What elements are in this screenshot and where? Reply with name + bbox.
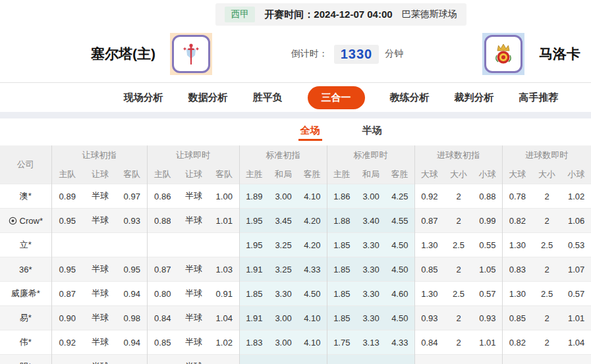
odds-cell: 1.91 [239, 306, 269, 330]
venue: 巴莱德斯球场 [402, 9, 457, 20]
odds-cell: 1.07 [561, 355, 591, 364]
odds-cell: 4.50 [298, 282, 327, 306]
odds-cell: 4.50 [385, 233, 414, 257]
odds-cell: 2 [444, 184, 473, 209]
group-header: 让球即时 [147, 145, 239, 165]
odds-table: 公司 让球初指让球即时标准初指标准即时进球数初指进球数即时 主队让球客队主队让球… [0, 145, 591, 364]
group-header: 标准即时 [327, 145, 414, 165]
odds-cell: 3.25 [269, 257, 298, 282]
odds-cell: 半球 [178, 355, 210, 364]
odds-cell: 0.98 [117, 306, 147, 330]
odds-row: 威廉希*0.87半球0.940.80半球0.911.853.304.501.85… [0, 282, 591, 306]
odds-cell: 1.04 [561, 330, 591, 355]
home-team-name: 塞尔塔(主) [91, 45, 155, 63]
odds-cell: 3.45 [269, 209, 298, 233]
nav-tab-5[interactable]: 教练分析 [390, 91, 430, 104]
odds-cell: 3.30 [356, 257, 385, 282]
odds-cell: 1.85 [327, 257, 356, 282]
odds-cell: 1.30 [502, 233, 532, 257]
odds-table-body: 澳*0.89半球0.970.86半球1.001.893.004.101.863.… [0, 184, 591, 364]
odds-cell: 0.80 [414, 355, 444, 364]
odds-cell: 0.86 [147, 355, 178, 364]
odds-cell: 0.78 [502, 184, 532, 209]
teams-row: 塞尔塔(主) 倒计时： 1330 分钟 [91, 26, 591, 82]
odds-cell: 0.94 [117, 282, 147, 306]
nav-tab-4-active[interactable]: 三合一 [308, 86, 365, 109]
column-header: 和局 [269, 165, 298, 184]
odds-cell: 0.95 [51, 209, 83, 233]
kickoff-label: 开赛时间： [264, 9, 314, 20]
company-cell: 澳* [0, 184, 51, 209]
away-team-logo [482, 33, 524, 75]
odds-cell [178, 233, 210, 257]
odds-cell: 0.93 [414, 306, 444, 330]
odds-cell: 3.25 [269, 355, 298, 364]
odds-cell: 2.5 [532, 282, 561, 306]
odds-cell: 1.83 [239, 330, 269, 355]
sub-tab-1-active[interactable]: 全场 [298, 124, 322, 141]
company-name: 伟* [20, 337, 32, 347]
group-header: 让球初指 [51, 145, 147, 165]
odds-cell: 2 [444, 257, 473, 282]
odds-cell: 1.85 [327, 233, 356, 257]
group-header: 进球数初指 [414, 145, 502, 165]
odds-cell: 1.86 [327, 184, 356, 209]
odds-cell: 2 [532, 209, 561, 233]
nav-tab-3[interactable]: 胜平负 [253, 91, 283, 104]
nav-tab-1[interactable]: 现场分析 [124, 91, 163, 104]
odds-table-head: 公司 让球初指让球即时标准初指标准即时进球数初指进球数即时 主队让球客队主队让球… [0, 145, 591, 184]
odds-cell: 4.20 [298, 209, 327, 233]
nav-tab-6[interactable]: 裁判分析 [455, 91, 494, 104]
odds-cell: 1.01 [210, 209, 239, 233]
odds-cell: 0.93 [117, 209, 147, 233]
odds-cell: 0.85 [147, 330, 178, 355]
odds-cell: 半球 [83, 355, 117, 364]
odds-cell: 0.84 [147, 306, 178, 330]
odds-cell: 1.01 [473, 330, 502, 355]
away-team-name: 马洛卡 [539, 45, 580, 63]
odds-cell: 2.5 [444, 233, 473, 257]
odds-cell: 0.92 [51, 330, 83, 355]
group-header: 标准初指 [239, 145, 327, 165]
odds-row: 36*0.95半球0.950.87半球1.031.913.254.331.853… [0, 257, 591, 282]
odds-cell: 0.99 [473, 209, 502, 233]
nav-tab-2[interactable]: 数据分析 [188, 91, 228, 104]
column-header: 大球 [414, 165, 444, 184]
odds-cell: 半球 [178, 184, 210, 209]
column-header: 客胜 [385, 165, 414, 184]
odds-cell: 1.95 [239, 233, 269, 257]
group-header-row: 公司 让球初指让球即时标准初指标准即时进球数初指进球数即时 [0, 145, 591, 165]
odds-cell: 4.10 [298, 306, 327, 330]
odds-cell: 4.15 [385, 355, 414, 364]
odds-cell: 2 [444, 330, 473, 355]
odds-cell: 3.13 [356, 330, 385, 355]
odds-cell: 半球 [83, 184, 117, 209]
odds-cell: 3.00 [269, 330, 298, 355]
odds-cell: 2 [532, 306, 561, 330]
odds-cell: 1.05 [473, 257, 502, 282]
odds-cell: 0.87 [414, 209, 444, 233]
column-header: 大球 [502, 165, 532, 184]
nav-tab-7[interactable]: 高手推荐 [519, 91, 559, 104]
countdown-unit: 分钟 [385, 48, 403, 60]
odds-cell [117, 233, 147, 257]
odds-cell: 1.04 [210, 355, 239, 364]
odds-cell: 2 [532, 330, 561, 355]
company-name: Crow* [20, 216, 43, 226]
odds-cell: 4.10 [298, 330, 327, 355]
company-name: 明* [20, 361, 32, 364]
column-header: 客队 [210, 165, 239, 184]
odds-cell: 0.92 [414, 184, 444, 209]
column-header: 大小 [444, 165, 473, 184]
odds-cell: 0.86 [147, 184, 178, 209]
odds-cell [51, 233, 83, 257]
countdown-value: 1330 [334, 45, 380, 64]
company-cell: 明* [0, 355, 51, 364]
odds-row: 澳*0.89半球0.970.86半球1.001.893.004.101.863.… [0, 184, 591, 209]
odds-cell: 半球 [83, 257, 117, 282]
sub-tab-2[interactable]: 半场 [360, 124, 384, 141]
odds-cell: 2 [532, 184, 561, 209]
odds-cell: 3.30 [356, 233, 385, 257]
top-info-bar: 西甲 开赛时间：2024-12-07 04:00 巴莱德斯球场 [91, 0, 591, 26]
odds-cell: 1.85 [327, 282, 356, 306]
